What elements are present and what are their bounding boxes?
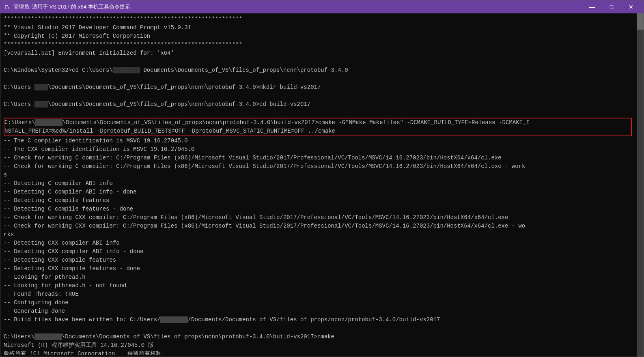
maximize-button[interactable]: □: [602, 0, 621, 13]
line-18: -- Check for working C compiler: C:/Prog…: [4, 162, 633, 171]
line-29: -- Detecting CXX compile features: [4, 256, 633, 265]
line-6: [4, 58, 633, 66]
line-4: ****************************************…: [4, 41, 633, 49]
line-8: [4, 75, 633, 83]
title-bar: C\ 管理员: 适用于 VS 2017 的 x64 本机工具命令提示 — □ ✕: [0, 0, 644, 13]
line-30: -- Detecting CXX compile features - done: [4, 265, 633, 273]
line-13: C:\Users\████████\Documents\Documents_of…: [4, 118, 631, 127]
window-controls: — □ ✕: [583, 0, 640, 13]
highlighted-command-block: C:\Users\████████\Documents\Documents_of…: [4, 118, 632, 136]
line-16: -- The CXX compiler identification is MS…: [4, 145, 633, 154]
line-34: -- Configuring done: [4, 299, 633, 307]
line-35: -- Generating done: [4, 307, 633, 316]
line-36: -- Build files have been written to: C:/…: [4, 316, 633, 324]
scrollbar[interactable]: [637, 13, 644, 357]
line-31: -- Looking for pthread.h: [4, 273, 633, 282]
line-2: ** Visual Studio 2017 Developer Command …: [4, 24, 633, 32]
line-19: s: [4, 171, 633, 179]
scrollbar-thumb[interactable]: [637, 13, 644, 30]
line-22: -- Detecting C compile features: [4, 196, 633, 205]
cmd-window: C\ 管理员: 适用于 VS 2017 的 x64 本机工具命令提示 — □ ✕…: [0, 0, 644, 357]
window-title: 管理员: 适用于 VS 2017 的 x64 本机工具命令提示: [13, 3, 130, 11]
terminal-body[interactable]: ****************************************…: [0, 13, 644, 357]
line-7: C:\Windows\System32>cd C:\Users\████████…: [4, 66, 633, 75]
line-12: [4, 109, 633, 117]
line-15: -- The C compiler identification is MSVC…: [4, 137, 633, 145]
line-10: [4, 92, 633, 100]
line-26: rks: [4, 230, 633, 239]
line-28: -- Detecting CXX compiler ABI info - don…: [4, 247, 633, 256]
line-23: -- Detecting C compile features - done: [4, 205, 633, 213]
line-40: 版权所有 (C) Microsoft Corporation。 保留所有权利。: [4, 350, 633, 355]
line-39: Microsoft (R) 程序维护实用工具 14.16.27045.0 版: [4, 341, 633, 350]
line-20: -- Detecting C compiler ABI info: [4, 179, 633, 188]
terminal-content: ****************************************…: [4, 15, 633, 355]
line-37: [4, 324, 633, 333]
line-5: [vcvarsall.bat] Environment initialized …: [4, 49, 633, 58]
title-bar-left: C\ 管理员: 适用于 VS 2017 的 x64 本机工具命令提示: [4, 3, 130, 11]
close-button[interactable]: ✕: [622, 0, 640, 13]
line-9: C:\Users ████\Documents\Documents_of_VS\…: [4, 83, 633, 92]
line-38: C:\Users\████████\Documents\Documents_of…: [4, 333, 633, 341]
line-21: -- Detecting C compiler ABI info - done: [4, 188, 633, 196]
line-17: -- Check for working C compiler: C:/Prog…: [4, 154, 633, 162]
svg-text:C\: C\: [4, 5, 9, 9]
minimize-button[interactable]: —: [583, 0, 601, 13]
line-24: -- Check for working CXX compiler: C:/Pr…: [4, 213, 633, 222]
line-3: ** Copyright (c) 2017 Microsoft Corporat…: [4, 32, 633, 41]
line-25: -- Check for working CXX compiler: C:/Pr…: [4, 222, 633, 230]
line-32: -- Looking for pthread.h - not found: [4, 282, 633, 290]
line-11: C:\Users ████\Documents\Documents_of_VS\…: [4, 100, 633, 109]
line-27: -- Detecting CXX compiler ABI info: [4, 239, 633, 247]
line-33: -- Found Threads: TRUE: [4, 290, 633, 299]
line-14: NSTALL_PREFIX=%cd%/install -Dprotobuf_BU…: [4, 127, 631, 135]
app-icon: C\: [4, 4, 10, 10]
line-1: ****************************************…: [4, 15, 633, 24]
